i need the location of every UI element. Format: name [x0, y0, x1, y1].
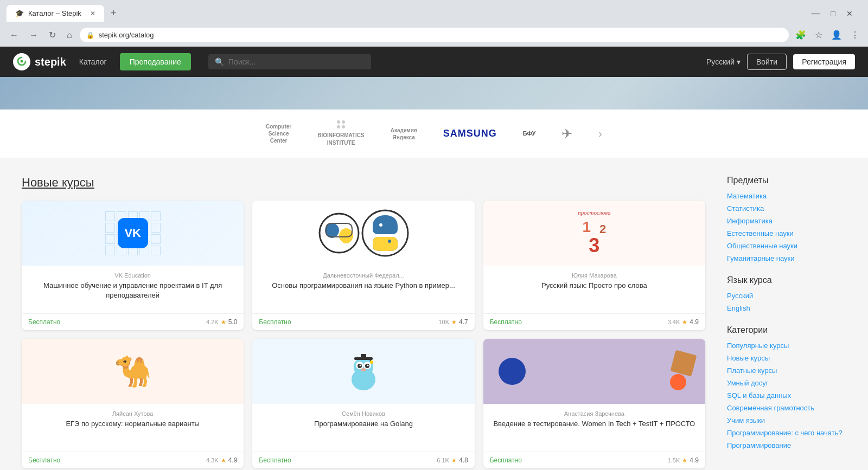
- star-icon: ★: [221, 457, 226, 464]
- camel-image: 🐪: [114, 356, 152, 387]
- window-close-button[interactable]: ✕: [842, 8, 857, 19]
- catalog-link[interactable]: Каталог: [75, 55, 111, 68]
- course-count: 3.4K: [668, 319, 680, 325]
- course-author: Семён Новиков: [259, 410, 468, 417]
- sidebar-link-programming[interactable]: Программирование: [727, 441, 846, 449]
- svg-point-15: [359, 365, 361, 366]
- course-image: [252, 339, 474, 404]
- back-button[interactable]: ←: [7, 28, 22, 42]
- tab-close-button[interactable]: ✕: [90, 10, 95, 17]
- tab-favicon: 🎓: [15, 9, 24, 17]
- register-button[interactable]: Регистрация: [793, 54, 855, 69]
- course-card[interactable]: 🐪 Ляйсан Хутова ЕГЭ по русскому: нормаль…: [22, 339, 244, 468]
- course-rating: 1.5K ★ 4.9: [668, 456, 699, 464]
- sidebar-link-natural-sciences[interactable]: Естественные науки: [727, 229, 846, 237]
- teaching-button[interactable]: Преподавание: [120, 53, 191, 70]
- extensions-button[interactable]: 🧩: [793, 28, 808, 42]
- course-card[interactable]: Анастасия Заречнева Введение в тестирова…: [483, 339, 705, 468]
- sidebar-link-literacy[interactable]: Современная грамотность: [727, 404, 846, 412]
- address-bar: 🔒 stepik.org/catalog: [80, 28, 789, 42]
- course-price: Бесплатно: [28, 318, 60, 326]
- course-card[interactable]: Семён Новиков Программирование на Golang…: [252, 339, 474, 468]
- svg-rect-19: [361, 354, 366, 358]
- svg-point-7: [379, 223, 382, 227]
- course-count: 1.5K: [668, 457, 680, 463]
- course-rating: 6.1K ★ 4.8: [437, 456, 468, 464]
- sidebar-link-math[interactable]: Математика: [727, 192, 846, 200]
- sidebar-link-languages[interactable]: Учим языки: [727, 416, 846, 424]
- course-image: простослова 1 2 3: [483, 201, 705, 266]
- sidebar-link-russian[interactable]: Русский: [727, 292, 846, 300]
- partner-samsung: SAMSUNG: [443, 128, 497, 139]
- sidebar-link-leisure[interactable]: Умный досуг: [727, 379, 846, 387]
- sidebar-link-social-sciences[interactable]: Общественные науки: [727, 242, 846, 250]
- course-title: Машинное обучение и управление проектами…: [28, 281, 237, 307]
- search-bar: 🔍: [208, 54, 371, 69]
- course-image: [252, 201, 474, 266]
- course-body: Анастасия Заречнева Введение в тестирова…: [483, 404, 705, 452]
- logo-spiral-icon: [16, 56, 27, 67]
- course-footer: Бесплатно 6.1K ★ 4.8: [252, 452, 474, 468]
- python-logo: [361, 209, 410, 257]
- course-title: Программирование на Golang: [259, 419, 468, 445]
- course-image: 🐪: [22, 339, 244, 404]
- sidebar-link-english[interactable]: English: [727, 304, 846, 312]
- new-tab-button[interactable]: +: [106, 3, 121, 23]
- profile-button[interactable]: 👤: [829, 28, 844, 42]
- svg-point-17: [361, 368, 366, 371]
- course-count: 4.2K: [206, 319, 219, 325]
- sidebar-link-humanities[interactable]: Гуманитарные науки: [727, 254, 846, 262]
- star-icon: ★: [682, 319, 687, 326]
- logo-text: stepik: [35, 56, 66, 68]
- rating-value: 4.9: [690, 318, 699, 326]
- language-selector[interactable]: Русский ▾: [706, 57, 741, 66]
- sidebar-link-new[interactable]: Новые курсы: [727, 354, 846, 362]
- tab-title: Каталог – Stepik: [28, 9, 81, 17]
- sidebar-link-statistics[interactable]: Статистика: [727, 204, 846, 213]
- window-minimize-button[interactable]: —: [807, 8, 825, 20]
- sidebar-link-popular[interactable]: Популярные курсы: [727, 342, 846, 350]
- sidebar-link-informatics[interactable]: Информатика: [727, 217, 846, 225]
- subjects-section: Предметы Математика Статистика Информати…: [727, 176, 846, 262]
- svg-point-20: [370, 360, 373, 364]
- course-price: Бесплатно: [28, 456, 60, 464]
- course-rating: 3.4K ★ 4.9: [668, 318, 699, 326]
- course-card[interactable]: Дальневосточный Федерал... Основы програ…: [252, 201, 474, 330]
- sidebar-link-sql[interactable]: SQL и базы данных: [727, 391, 846, 400]
- rating-value: 5.0: [228, 318, 238, 326]
- search-input[interactable]: [228, 57, 365, 66]
- partner-csc: ComputerScienceCenter: [266, 123, 291, 144]
- course-count: 10K: [438, 319, 449, 325]
- course-author: Юлия Макарова: [490, 272, 699, 279]
- window-maximize-button[interactable]: □: [827, 8, 840, 19]
- courses-grid: VK VK Education Машинное обучение и упра…: [22, 201, 705, 468]
- forward-button[interactable]: →: [26, 28, 41, 42]
- course-card[interactable]: простослова 1 2 3 Юлия Макарова Русский …: [483, 201, 705, 330]
- more-button[interactable]: ⋮: [848, 28, 861, 42]
- course-price: Бесплатно: [490, 456, 522, 464]
- refresh-button[interactable]: ↻: [46, 28, 59, 42]
- rating-value: 4.8: [459, 456, 468, 464]
- course-count: 6.1K: [437, 457, 449, 463]
- course-image: VK: [22, 201, 244, 266]
- partners-bar: ComputerScienceCenter BIOINFORMATICSINST…: [0, 110, 868, 158]
- lock-icon: 🔒: [86, 31, 94, 39]
- partners-next-button[interactable]: ›: [598, 127, 602, 140]
- rating-value: 4.9: [690, 456, 699, 464]
- course-rating: 4.3K ★ 4.9: [206, 456, 237, 464]
- login-button[interactable]: Войти: [747, 54, 787, 70]
- home-button[interactable]: ⌂: [63, 28, 75, 42]
- lang-label: Русский: [706, 57, 735, 66]
- sidebar-link-paid[interactable]: Платные курсы: [727, 366, 846, 375]
- language-title: Язык курса: [727, 275, 846, 285]
- browser-tab[interactable]: 🎓 Каталог – Stepik ✕: [7, 5, 104, 22]
- sidebar-link-programming-start[interactable]: Программирование: с чего начать?: [727, 429, 846, 437]
- svg-point-1: [320, 214, 359, 253]
- star-icon: ★: [451, 319, 457, 326]
- svg-point-16: [367, 365, 368, 366]
- navbar: stepik Каталог Преподавание 🔍 Русский ▾ …: [0, 47, 868, 77]
- bookmark-button[interactable]: ☆: [813, 28, 825, 42]
- course-rating: 10K ★ 4.7: [438, 318, 468, 326]
- course-card[interactable]: VK VK Education Машинное обучение и упра…: [22, 201, 244, 330]
- logo[interactable]: stepik: [13, 53, 66, 70]
